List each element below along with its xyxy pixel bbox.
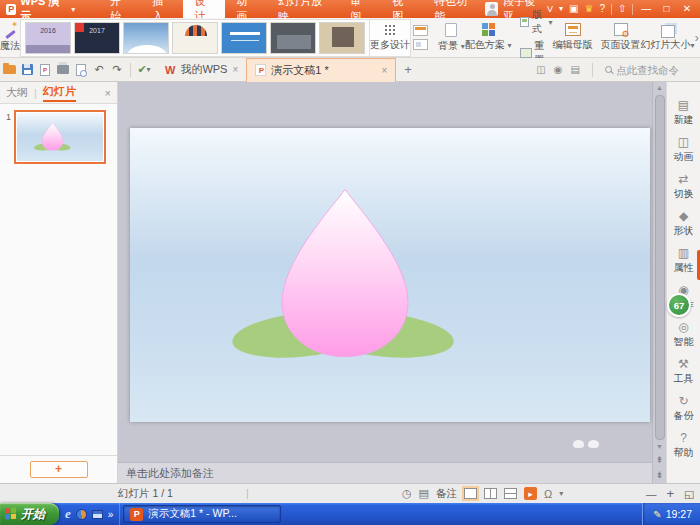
online-template-icon[interactable] <box>413 25 428 36</box>
slide-sorter-view-button[interactable] <box>484 488 497 499</box>
sidebar-item-backup[interactable]: ↻ 备份 <box>667 390 700 427</box>
export-pdf-button[interactable] <box>36 61 54 79</box>
design-template-thumbnail-4[interactable] <box>172 22 218 54</box>
open-file-button[interactable] <box>0 61 18 79</box>
design-template-thumbnail-7[interactable] <box>319 22 365 54</box>
help-icon[interactable]: ? <box>599 0 605 18</box>
tab-slideshow[interactable]: 幻灯片放映 <box>267 0 339 18</box>
tab-home[interactable]: 开始 <box>99 0 141 18</box>
magic-button[interactable]: 魔法 <box>0 19 20 57</box>
notes-toggle-label[interactable]: 备注 <box>436 487 457 501</box>
panel-close-icon[interactable]: × <box>105 87 111 99</box>
ie-icon[interactable]: e <box>65 506 71 522</box>
quick-launch-more-icon[interactable]: » <box>108 509 114 520</box>
close-button[interactable]: ✕ <box>680 0 694 18</box>
next-slide-button[interactable]: ⇟ <box>656 468 664 483</box>
save-button[interactable] <box>18 61 36 79</box>
history-clock-icon[interactable]: ◷ <box>402 487 412 500</box>
tab-presentation1[interactable]: 演示文稿1 * × <box>246 58 396 82</box>
command-search[interactable] <box>605 64 692 76</box>
slide-thumbnail-row[interactable]: 1 <box>0 110 117 164</box>
tab-my-wps[interactable]: W 我的WPS × <box>157 58 246 82</box>
notes-bar[interactable]: 单击此处添加备注 <box>118 462 652 483</box>
normal-view-button[interactable] <box>464 488 477 499</box>
color-scheme-button[interactable]: 配色方案 ▾ <box>465 19 512 57</box>
doc-tool-icon-1[interactable]: ◫ <box>536 64 545 75</box>
tab-animation[interactable]: 动画 <box>225 0 267 18</box>
show-desktop-icon[interactable] <box>92 510 103 519</box>
user-avatar[interactable] <box>485 2 497 16</box>
sidebar-item-tools[interactable]: ⚒ 工具 <box>667 353 700 390</box>
search-input[interactable] <box>616 64 692 76</box>
design-template-thumbnail-3[interactable] <box>123 22 169 54</box>
sidebar-item-smart[interactable]: ◎ 智能 <box>667 316 700 353</box>
add-slide-button[interactable]: + <box>30 461 88 478</box>
ribbon-more-chevron[interactable]: › <box>695 31 700 45</box>
browser-icon[interactable] <box>76 509 87 520</box>
design-template-thumbnail-5[interactable] <box>221 22 267 54</box>
smart-score-badge[interactable]: 67 <box>667 293 691 317</box>
edit-master-button[interactable]: 编辑母版 <box>553 19 593 57</box>
sidebar-item-help[interactable]: ? 帮助 <box>667 427 700 464</box>
zoom-out-button[interactable]: — <box>646 488 657 500</box>
page-setup-button[interactable]: 页面设置 <box>601 19 641 57</box>
vertical-scrollbar: ▲ ▼ ⇞ ⇟ <box>652 82 666 483</box>
sidebar-item-transition[interactable]: ⇄ 切换 <box>667 168 700 205</box>
sidebar-item-shapes[interactable]: ◆ 形状 <box>667 205 700 242</box>
app-logo[interactable]: P WPS 演示 ▾ <box>0 0 85 18</box>
layout-button[interactable]: 版式 ▾ <box>520 8 553 36</box>
slide-1[interactable] <box>130 128 650 422</box>
upload-skin-icon[interactable]: ⇧ <box>618 0 626 18</box>
tab-review[interactable]: 审阅 <box>339 0 381 18</box>
minimize-button[interactable]: — <box>639 0 653 18</box>
tab-close-icon[interactable]: × <box>232 64 238 75</box>
lamp-icon[interactable]: Ω <box>544 488 552 500</box>
taskbar-item-presentation[interactable]: P 演示文稿1 * - WP... <box>123 505 281 523</box>
doc-tool-icon-3[interactable]: ▤ <box>571 64 580 75</box>
crown-vip-icon[interactable]: ♛ <box>585 0 594 18</box>
message-icon[interactable]: ▣ <box>569 0 578 18</box>
fit-slide-button[interactable]: ◱ <box>684 488 694 500</box>
new-tab-button[interactable]: + <box>396 58 420 82</box>
slides-tab[interactable]: 幻灯片 <box>43 84 76 102</box>
tab-view[interactable]: 视图 <box>381 0 423 18</box>
slide-1-thumbnail[interactable] <box>14 110 106 164</box>
play-slideshow-button[interactable]: ▸ <box>524 487 537 500</box>
tab-special-features[interactable]: 特色功能 <box>423 0 485 18</box>
notes-toggle-icon[interactable]: ▤ <box>419 487 429 500</box>
chevron-down-icon[interactable]: ▾ <box>559 489 563 498</box>
reading-view-button[interactable] <box>504 488 517 499</box>
design-template-thumbnail-2[interactable]: 2017 <box>74 22 120 54</box>
design-template-thumbnail-1[interactable]: 2016 <box>25 22 71 54</box>
customize-toolbar-button[interactable]: ✔▾ <box>135 61 153 79</box>
print-preview-button[interactable] <box>72 61 90 79</box>
user-dropdown-icon[interactable]: ▾ <box>559 0 563 18</box>
sidebar-item-new[interactable]: ▤ 新建 <box>667 94 700 131</box>
logo-dropdown-icon[interactable]: ▾ <box>71 5 75 14</box>
sidebar-item-animation[interactable]: ◫ 动画 <box>667 131 700 168</box>
template-panel-icon[interactable] <box>413 39 428 50</box>
slide-canvas[interactable] <box>118 82 652 462</box>
tab-close-icon[interactable]: × <box>381 65 387 76</box>
undo-button[interactable]: ↶ <box>90 61 108 79</box>
background-button[interactable]: 背景 ▾ <box>438 19 465 57</box>
outline-tab[interactable]: 大纲 <box>6 85 28 100</box>
scroll-down-icon[interactable]: ▼ <box>656 441 663 453</box>
tab-design[interactable]: 设计 <box>183 0 225 18</box>
scrollbar-thumb[interactable] <box>655 95 665 440</box>
previous-slide-button[interactable]: ⇞ <box>656 453 664 468</box>
start-button[interactable]: 开始 <box>0 503 59 525</box>
layout-icon <box>520 17 529 27</box>
more-designs-button[interactable]: 更多设计 <box>370 19 411 57</box>
slide-size-button[interactable]: 幻灯片大小▾ <box>641 19 695 57</box>
sidebar-item-properties[interactable]: ▥ 属性 <box>667 242 700 279</box>
restore-button[interactable]: □ <box>659 0 673 18</box>
print-button[interactable] <box>54 61 72 79</box>
input-method-icon[interactable]: ✎ <box>653 509 661 520</box>
redo-button[interactable]: ↷ <box>108 61 126 79</box>
tab-insert[interactable]: 插入 <box>141 0 183 18</box>
zoom-in-button[interactable]: + <box>666 486 674 501</box>
design-template-thumbnail-6[interactable] <box>270 22 316 54</box>
scroll-up-icon[interactable]: ▲ <box>656 82 663 94</box>
doc-tool-icon-2[interactable]: ◉ <box>554 64 563 75</box>
